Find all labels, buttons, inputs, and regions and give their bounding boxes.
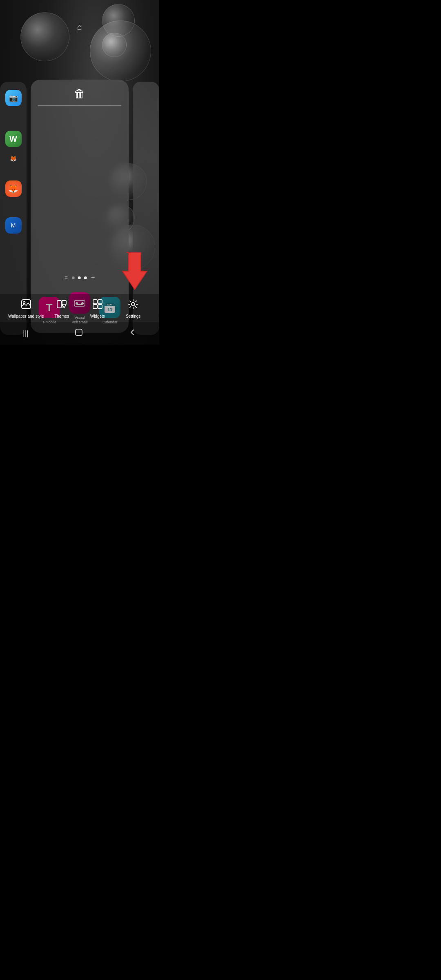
bubble-decoration: [20, 12, 69, 61]
dock-settings[interactable]: Settings: [116, 299, 151, 319]
page-dot-2: [78, 276, 81, 279]
page-indicators: ≡ +: [65, 274, 95, 281]
svg-point-9: [23, 302, 25, 304]
home-icon: ⌂: [77, 22, 82, 32]
trash-area: 🗑: [31, 80, 129, 111]
wallpaper-label: Wallpaper and style: [8, 314, 44, 319]
camera-app-icon[interactable]: 📷: [5, 90, 22, 106]
firefox-app-icon[interactable]: 🦊: [5, 180, 22, 197]
wordle-app-icon[interactable]: W: [5, 131, 22, 147]
page-dot-3: [84, 276, 87, 279]
recents-icon: |||: [23, 329, 29, 337]
svg-rect-17: [93, 305, 97, 309]
themes-label: Themes: [54, 314, 69, 319]
page-dot-1: [72, 276, 75, 279]
recents-button[interactable]: |||: [15, 326, 37, 341]
nav-bar: |||: [0, 322, 159, 345]
dock-themes[interactable]: Themes: [44, 299, 80, 319]
dock-wallpaper[interactable]: Wallpaper and style: [8, 299, 44, 319]
page-plus-icon[interactable]: +: [91, 274, 95, 281]
themes-icon: [56, 299, 67, 312]
home-button[interactable]: [66, 325, 91, 342]
svg-rect-20: [76, 329, 82, 336]
svg-point-19: [131, 303, 135, 306]
bubble-decoration: [90, 20, 151, 82]
widgets-label: Widgets: [90, 314, 105, 319]
svg-rect-18: [98, 305, 102, 309]
home-symbol: ⌂: [77, 22, 82, 31]
microsoft-app-icon[interactable]: M: [5, 217, 22, 234]
widgets-icon: [92, 299, 103, 312]
back-button[interactable]: [121, 325, 145, 341]
page-lines-icon: ≡: [65, 274, 68, 281]
settings-label: Settings: [126, 314, 140, 319]
red-arrow-annotation: [118, 251, 151, 292]
svg-rect-15: [93, 300, 97, 304]
bottom-dock: Wallpaper and style Themes Widget: [0, 294, 159, 322]
settings-icon: [128, 299, 138, 312]
wallpaper-icon: [21, 299, 31, 312]
dock-widgets[interactable]: Widgets: [80, 299, 116, 319]
panel-divider: [38, 105, 121, 106]
trash-icon: 🗑: [74, 87, 85, 100]
svg-rect-10: [57, 301, 61, 308]
svg-rect-16: [98, 300, 102, 304]
